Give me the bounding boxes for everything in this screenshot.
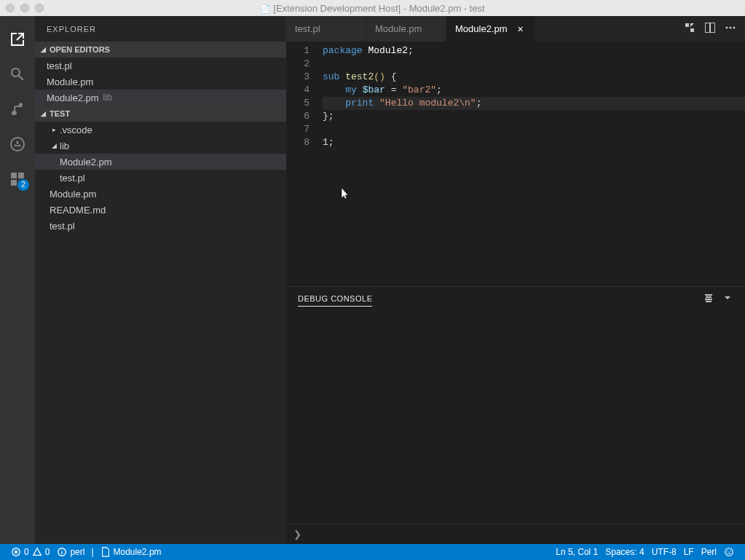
svg-point-2	[730, 27, 732, 29]
mouse-cursor-icon	[341, 187, 351, 204]
code-content[interactable]: package Module2; sub test2() { my $bar =…	[323, 42, 745, 286]
panel-tab-debug-console[interactable]: DEBUG CONSOLE	[298, 291, 372, 307]
tab-label: Module.pm	[375, 23, 422, 34]
file-path-suffix: lib	[103, 92, 112, 103]
editor-actions	[675, 16, 745, 42]
info-icon	[57, 547, 67, 557]
warning-count: 0	[45, 547, 50, 557]
language-mode-status[interactable]: Perl	[698, 544, 720, 560]
smiley-icon	[724, 547, 734, 557]
file-module2-pm[interactable]: Module2.pm	[35, 154, 286, 170]
editor-tab-module-pm[interactable]: Module.pm	[366, 16, 446, 42]
window-controls	[6, 4, 44, 12]
extensions-activity-icon[interactable]: 2	[0, 162, 35, 197]
editor-area: test.pl Module.pm Module2.pm ×	[286, 16, 745, 544]
compare-changes-icon[interactable]	[684, 22, 695, 36]
folder-label: lib	[60, 141, 69, 151]
error-count: 0	[24, 547, 29, 557]
cursor-position-status[interactable]: Ln 5, Col 1	[552, 544, 602, 560]
tab-label: test.pl	[295, 23, 320, 34]
open-editor-item[interactable]: Module2.pm lib	[35, 90, 286, 106]
svg-point-1	[726, 27, 728, 29]
problems-status-item[interactable]: 0 0	[7, 544, 53, 560]
chevron-down-icon[interactable]	[722, 292, 733, 306]
folder-vscode[interactable]: ▸ .vscode	[35, 122, 286, 138]
project-section-header[interactable]: ◢ TEST	[35, 106, 286, 122]
console-output[interactable]	[286, 310, 745, 524]
editor-tabs: test.pl Module.pm Module2.pm ×	[286, 16, 745, 42]
file-icon	[260, 3, 270, 13]
bottom-panel: DEBUG CONSOLE ❯	[286, 286, 745, 544]
maximize-window-button[interactable]	[35, 4, 44, 12]
panel-header: DEBUG CONSOLE	[286, 287, 745, 310]
svg-point-7	[728, 551, 728, 551]
project-label: TEST	[50, 109, 70, 118]
language-engine-status[interactable]: perl	[53, 544, 88, 560]
panel-actions	[703, 292, 733, 306]
file-label: test.pl	[47, 60, 72, 71]
file-label: test.pl	[50, 221, 75, 232]
prompt-icon: ❯	[293, 529, 301, 540]
error-icon	[11, 547, 21, 557]
title-text: [Extension Development Host] - Module2.p…	[273, 3, 484, 14]
engine-label: perl	[70, 547, 84, 557]
svg-point-3	[733, 27, 736, 29]
file-label: test.pl	[60, 173, 85, 184]
console-input[interactable]: ❯	[286, 524, 745, 544]
file-test-pl-root[interactable]: test.pl	[35, 218, 286, 234]
editor-tab-test-pl[interactable]: test.pl	[286, 16, 366, 42]
file-label: README.md	[50, 205, 106, 216]
extensions-badge: 2	[17, 179, 29, 191]
twisty-right-icon: ▸	[50, 126, 58, 133]
window-title: [Extension Development Host] - Module2.p…	[260, 3, 484, 14]
minimize-window-button[interactable]	[20, 4, 29, 12]
warning-icon	[32, 547, 42, 557]
split-editor-icon[interactable]	[704, 22, 716, 36]
editor-tab-module2-pm[interactable]: Module2.pm ×	[446, 16, 536, 42]
file-label: Module.pm	[50, 189, 96, 200]
folder-lib[interactable]: ◢ lib	[35, 138, 286, 154]
activity-bar: 2	[0, 16, 35, 544]
line-number-gutter: 1 2 3 4 5 6 7 8	[286, 42, 323, 286]
breadcrumb-status[interactable]: Module2.pm	[97, 544, 165, 560]
twisty-down-icon: ◢	[39, 110, 47, 117]
open-editors-section-header[interactable]: ◢ OPEN EDITORS	[35, 42, 286, 58]
code-editor[interactable]: 1 2 3 4 5 6 7 8 package Module2; sub tes…	[286, 42, 745, 286]
file-label: Module.pm	[47, 76, 93, 87]
file-module-pm[interactable]: Module.pm	[35, 186, 286, 202]
eol-status[interactable]: LF	[680, 544, 698, 560]
file-readme-md[interactable]: README.md	[35, 202, 286, 218]
svg-point-8	[730, 551, 730, 551]
search-activity-icon[interactable]	[0, 57, 35, 92]
explorer-activity-icon[interactable]	[0, 22, 35, 57]
close-tab-icon[interactable]: ×	[515, 23, 527, 35]
open-editor-item[interactable]: Module.pm	[35, 74, 286, 90]
open-editors-label: OPEN EDITORS	[50, 45, 110, 54]
explorer-sidebar: EXPLORER ◢ OPEN EDITORS test.pl Module.p…	[35, 16, 286, 544]
close-window-button[interactable]	[6, 4, 15, 12]
sidebar-title: EXPLORER	[35, 16, 286, 42]
file-label: Module2.pm	[60, 157, 112, 167]
debug-activity-icon[interactable]	[0, 127, 35, 162]
tab-label: Module2.pm	[455, 23, 508, 34]
clear-console-icon[interactable]	[703, 292, 714, 306]
svg-point-6	[725, 548, 733, 556]
open-editor-item[interactable]: test.pl	[35, 58, 286, 74]
twisty-down-icon: ◢	[39, 46, 47, 53]
source-control-activity-icon[interactable]	[0, 92, 35, 127]
encoding-status[interactable]: UTF-8	[648, 544, 680, 560]
indentation-status[interactable]: Spaces: 4	[602, 544, 647, 560]
more-actions-icon[interactable]	[725, 22, 736, 36]
file-icon	[100, 547, 111, 557]
file-label: Module2.pm	[47, 92, 99, 103]
folder-label: .vscode	[60, 125, 92, 135]
twisty-down-icon: ◢	[50, 142, 58, 149]
file-test-pl[interactable]: test.pl	[35, 170, 286, 186]
breadcrumb-file: Module2.pm	[114, 547, 162, 557]
status-bar: 0 0 perl | Module2.pm Ln 5, Col 1 Spaces…	[0, 544, 745, 560]
window-titlebar: [Extension Development Host] - Module2.p…	[0, 0, 745, 16]
feedback-status-icon[interactable]	[720, 544, 738, 560]
